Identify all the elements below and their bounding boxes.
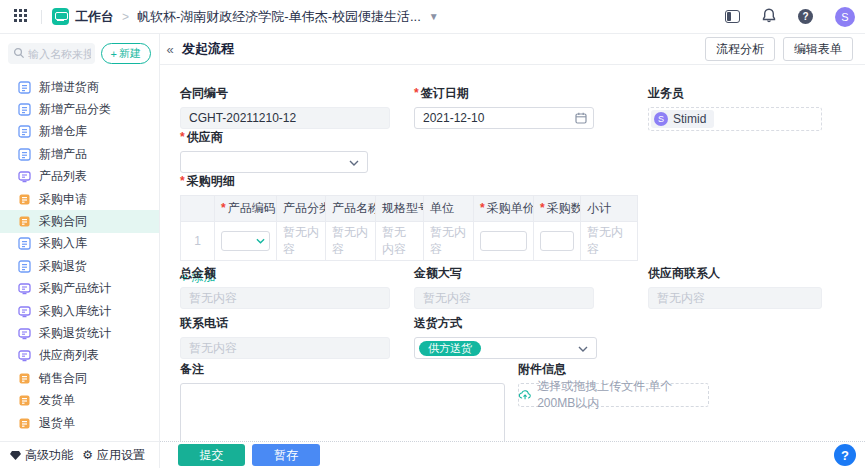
upload-cloud-icon <box>519 389 531 401</box>
form-icon <box>18 193 31 206</box>
sidebar-item-sales-contract[interactable]: 销售合同 <box>0 367 159 389</box>
salesman-chip: S Stimid <box>651 110 714 128</box>
phone-field: 暂无内容 <box>180 337 390 359</box>
sidebar-item-delivery-note[interactable]: 发货单 <box>0 389 159 411</box>
chevron-down-icon <box>256 238 265 244</box>
column-header-category: 产品分类 <box>277 196 326 222</box>
breadcrumb-caret-icon[interactable]: ▼ <box>429 11 439 22</box>
calendar-icon[interactable] <box>575 112 587 127</box>
column-header-spec: 规格型号 <box>376 196 424 222</box>
file-upload-dropzone[interactable]: 选择或拖拽上传文件,单个200MB以内 <box>518 383 709 407</box>
sidebar-item-new-warehouse[interactable]: 新增仓库 <box>0 121 159 143</box>
doc-icon <box>18 148 31 161</box>
app-settings-button[interactable]: ⚙ 应用设置 <box>82 447 145 464</box>
form-icon <box>18 215 31 228</box>
process-analysis-button[interactable]: 流程分析 <box>705 37 775 61</box>
user-avatar[interactable]: S <box>835 7 855 27</box>
column-header-product-code: *产品编码 <box>215 196 277 222</box>
cell-category-placeholder: 暂无内容 <box>277 222 326 261</box>
cell-unit-placeholder: 暂无内容 <box>424 222 474 261</box>
sign-date-input[interactable] <box>414 107 594 129</box>
column-header-price: *采购单价 <box>474 196 534 222</box>
price-input[interactable] <box>480 231 527 251</box>
breadcrumb-workspace[interactable]: 工作台 <box>75 8 114 26</box>
attachment-label: 附件信息 <box>518 361 709 378</box>
monitor-icon <box>18 170 31 183</box>
supplier-contact-label: 供应商联系人 <box>648 265 822 282</box>
sidebar-item-purchase-inbound[interactable]: 采购入库 <box>0 233 159 255</box>
contract-no-input[interactable] <box>180 107 390 129</box>
cell-spec-placeholder: 暂无内容 <box>376 222 424 261</box>
total-label: 总金额 <box>180 265 390 282</box>
main-header: « 发起流程 流程分析 编辑表单 <box>160 34 865 65</box>
sidebar-item-return-stats[interactable]: 采购退货统计 <box>0 322 159 344</box>
form-icon <box>18 372 31 385</box>
column-header-subtotal: 小计 <box>581 196 638 222</box>
topbar: 工作台 > 帆软杯-湖南财政经济学院-单伟杰-校园便捷生活... ▼ ? S <box>0 0 865 34</box>
monitor-icon <box>18 327 31 340</box>
monitor-icon <box>18 305 31 318</box>
help-fab-button[interactable]: ? <box>834 444 856 466</box>
edit-form-button[interactable]: 编辑表单 <box>783 37 853 61</box>
sidebar-item-product-list[interactable]: 产品列表 <box>0 166 159 188</box>
save-draft-button[interactable]: 暂存 <box>252 444 320 466</box>
help-icon[interactable]: ? <box>798 9 813 24</box>
bell-icon[interactable] <box>762 8 776 26</box>
breadcrumb-separator-icon: > <box>122 10 129 24</box>
column-header-name: 产品名称 <box>326 196 376 222</box>
sidebar-item-new-supplier[interactable]: 新增进货商 <box>0 76 159 98</box>
form-content: 合同编号 *签订日期 业务员 S Stimid <box>160 65 865 468</box>
contract-no-label: 合同编号 <box>180 85 390 102</box>
delivery-label: 送货方式 <box>414 315 597 332</box>
amount-words-label: 金额大写 <box>414 265 594 282</box>
chevron-down-icon <box>578 341 588 355</box>
row-index: 1 <box>181 222 215 261</box>
sidebar-item-purchase-product-stats[interactable]: 采购产品统计 <box>0 278 159 300</box>
app-grid-icon[interactable] <box>14 9 27 25</box>
chevron-down-icon <box>349 155 359 169</box>
salesman-name: Stimid <box>673 112 706 126</box>
salesman-avatar: S <box>654 112 668 126</box>
divider <box>41 10 42 24</box>
amount-words-field: 暂无内容 <box>414 287 594 309</box>
supplier-contact-field: 暂无内容 <box>648 287 822 309</box>
doc-icon <box>18 81 31 94</box>
sign-date-label: *签订日期 <box>414 85 594 102</box>
monitor-icon <box>18 349 31 362</box>
sidebar-item-purchase-contract[interactable]: 采购合同 <box>0 210 159 232</box>
workspace-app-icon <box>52 8 69 25</box>
gear-icon: ⚙ <box>82 448 93 462</box>
sidebar-menu: 新增进货商 新增产品分类 新增仓库 新增产品 产品列表 采购申请 <box>0 68 159 441</box>
upload-hint: 选择或拖拽上传文件,单个200MB以内 <box>537 378 708 412</box>
sidebar-item-purchase-return[interactable]: 采购退货 <box>0 255 159 277</box>
salesman-label: 业务员 <box>648 85 822 102</box>
form-icon <box>18 394 31 407</box>
form-icon <box>18 417 31 430</box>
sidebar-item-new-category[interactable]: 新增产品分类 <box>0 98 159 120</box>
sidebar-item-supplier-list[interactable]: 供应商列表 <box>0 345 159 367</box>
doc-icon <box>18 103 31 116</box>
sidebar-item-purchase-request[interactable]: 采购申请 <box>0 188 159 210</box>
sidebar-item-inbound-stats[interactable]: 采购入库统计 <box>0 300 159 322</box>
new-button[interactable]: +新建 <box>101 43 151 64</box>
panel-toggle-icon[interactable] <box>725 10 740 23</box>
search-icon <box>13 47 25 62</box>
product-code-select[interactable] <box>221 231 270 251</box>
delivery-tag: 供方送货 <box>419 341 481 356</box>
supplier-select[interactable] <box>180 151 368 173</box>
submit-button[interactable]: 提交 <box>178 444 245 466</box>
page-title: 发起流程 <box>182 40 234 58</box>
column-header-index <box>181 196 215 222</box>
advanced-features-button[interactable]: 高级功能 <box>10 447 73 464</box>
supplier-label: *供应商 <box>180 129 368 146</box>
monitor-icon <box>18 282 31 295</box>
sidebar-item-new-product[interactable]: 新增产品 <box>0 143 159 165</box>
collapse-sidebar-icon[interactable]: « <box>162 42 178 57</box>
breadcrumb-app-title[interactable]: 帆软杯-湖南财政经济学院-单伟杰-校园便捷生活... <box>137 8 421 26</box>
qty-input[interactable] <box>540 231 574 251</box>
sidebar-item-return-note[interactable]: 退货单 <box>0 412 159 434</box>
salesman-field: S Stimid <box>648 107 822 131</box>
delivery-select[interactable]: 供方送货 <box>414 337 597 359</box>
phone-label: 联系电话 <box>180 315 390 332</box>
doc-icon <box>18 260 31 273</box>
